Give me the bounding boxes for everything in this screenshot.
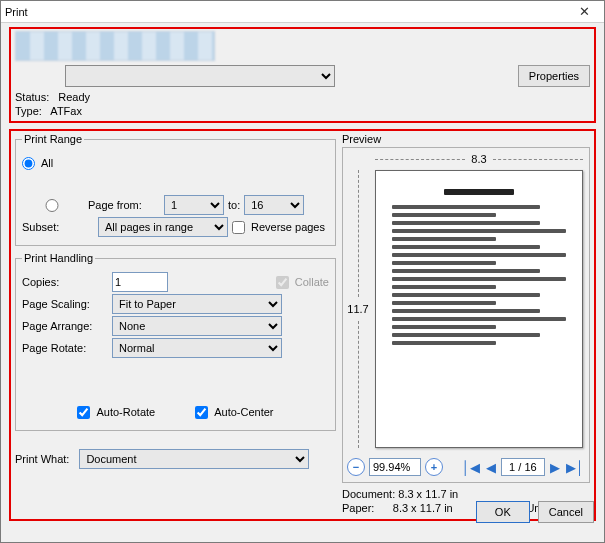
page-indicator[interactable]: 1 / 16 (501, 458, 545, 476)
titlebar: Print ✕ (1, 1, 604, 23)
doc-size-value: 8.3 x 11.7 in (398, 488, 458, 500)
auto-rotate-checkbox[interactable] (77, 406, 90, 419)
arrange-select[interactable]: None (112, 316, 282, 336)
printer-type-label: Type: (15, 105, 42, 117)
preview-width: 8.3 (471, 153, 486, 165)
print-dialog: Print ✕ Properties Status: Ready Type: A… (0, 0, 605, 543)
preview-box: 8.3 11.7 (342, 147, 590, 483)
page-to-select[interactable]: 16 (244, 195, 304, 215)
ok-button[interactable]: OK (476, 501, 530, 523)
print-what-label: Print What: (15, 453, 69, 465)
reverse-pages-option[interactable]: Reverse pages (232, 221, 325, 234)
auto-center-checkbox[interactable] (195, 406, 208, 419)
ruler-horizontal: 8.3 (375, 152, 583, 166)
printer-name-label (15, 70, 55, 82)
auto-center-option[interactable]: Auto-Center (195, 406, 273, 419)
nav-prev-icon[interactable]: ◀ (485, 460, 497, 475)
collate-label: Collate (295, 276, 329, 288)
scaling-select[interactable]: Fit to Paper (112, 294, 282, 314)
reverse-pages-checkbox[interactable] (232, 221, 245, 234)
properties-button[interactable]: Properties (518, 65, 590, 87)
collate-checkbox (276, 276, 289, 289)
reverse-pages-label: Reverse pages (251, 221, 325, 233)
print-handling-legend: Print Handling (22, 252, 95, 264)
rotate-select[interactable]: Normal (112, 338, 282, 358)
print-range-group: Print Range All Page from: (15, 133, 336, 246)
page-thumbnail (375, 170, 583, 448)
auto-rotate-option[interactable]: Auto-Rotate (77, 406, 155, 419)
auto-center-label: Auto-Center (214, 406, 273, 418)
close-icon[interactable]: ✕ (568, 4, 600, 19)
range-all-option[interactable]: All (22, 157, 53, 170)
paper-size-label: Paper: (342, 502, 374, 514)
printer-status-value: Ready (58, 91, 90, 103)
printer-select[interactable] (65, 65, 335, 87)
arrange-label: Page Arrange: (22, 320, 108, 332)
nav-last-icon[interactable]: ▶│ (565, 460, 585, 475)
printer-type-value: ATFax (50, 105, 82, 117)
range-pagefrom-option[interactable]: Page from: (22, 199, 160, 212)
printer-status-label: Status: (15, 91, 49, 103)
subset-select[interactable]: All pages in range (98, 217, 228, 237)
collate-option: Collate (276, 276, 329, 289)
cancel-button[interactable]: Cancel (538, 501, 594, 523)
page-from-label: Page from: (88, 199, 160, 211)
print-handling-group: Print Handling Copies: Collate Page Scal… (15, 252, 336, 431)
subset-label: Subset: (22, 221, 94, 233)
rotate-label: Page Rotate: (22, 342, 108, 354)
paper-size-value: 8.3 x 11.7 in (393, 502, 453, 514)
zoom-out-icon[interactable]: − (347, 458, 365, 476)
range-all-label: All (41, 157, 53, 169)
print-what-select[interactable]: Document (79, 449, 309, 469)
scaling-label: Page Scaling: (22, 298, 108, 310)
nav-next-icon[interactable]: ▶ (549, 460, 561, 475)
range-all-radio[interactable] (22, 157, 35, 170)
zoom-bar: − 99.94% + │◀ ◀ 1 / 16 ▶ ▶│ (347, 456, 585, 478)
window-title: Print (5, 6, 28, 18)
preview-height: 11.7 (347, 303, 368, 315)
main-section: Print Range All Page from: (9, 129, 596, 521)
printer-section: Properties Status: Ready Type: ATFax (9, 27, 596, 123)
print-range-legend: Print Range (22, 133, 84, 145)
zoom-in-icon[interactable]: + (425, 458, 443, 476)
doc-size-label: Document: (342, 488, 395, 500)
auto-rotate-label: Auto-Rotate (96, 406, 155, 418)
copies-label: Copies: (22, 276, 108, 288)
copies-input[interactable] (112, 272, 168, 292)
page-from-select[interactable]: 1 (164, 195, 224, 215)
preview-legend: Preview (342, 133, 590, 145)
printer-name-obscured (15, 31, 215, 61)
nav-first-icon[interactable]: │◀ (461, 460, 481, 475)
range-pagefrom-radio[interactable] (22, 199, 82, 212)
ruler-vertical: 11.7 (345, 170, 371, 448)
page-to-label: to: (228, 199, 240, 211)
zoom-value[interactable]: 99.94% (369, 458, 421, 476)
